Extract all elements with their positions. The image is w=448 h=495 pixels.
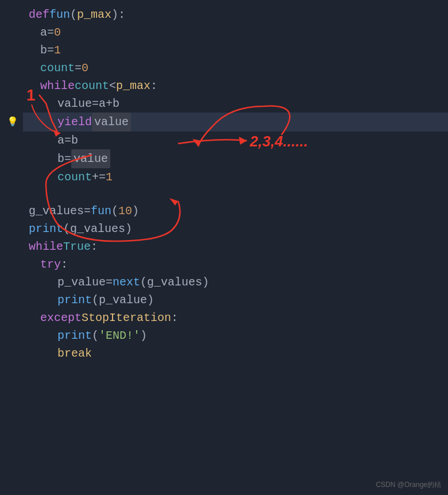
line-yield: 💡 yield value [23, 113, 448, 132]
var-gvalues: g_values [29, 202, 84, 220]
separator1 [23, 186, 448, 202]
fn-next: next [113, 273, 140, 291]
line-a-eq-b: a = b [23, 132, 448, 149]
fn-print: print [29, 220, 63, 238]
line-print-gvalues: print(g_values) [23, 220, 448, 238]
line-b-eq-value: b = value [23, 149, 448, 168]
op-plus: + [106, 95, 113, 113]
num-0: 0 [54, 24, 61, 41]
op-pluseq: += [92, 168, 106, 186]
fn-print3: print [57, 327, 92, 345]
var-value-hl: value [92, 113, 131, 132]
val-true: True [63, 238, 91, 256]
op-eq8: = [106, 273, 113, 291]
var-a3: a [57, 132, 64, 149]
line-value-eq: value = a + b [23, 95, 448, 113]
kw-def: def [29, 6, 49, 24]
num-1: 1 [54, 41, 61, 59]
var-pvalue: p_value [57, 273, 106, 291]
num-1b: 1 [106, 168, 113, 186]
kw-yield: yield [57, 113, 92, 131]
line-print-pvalue: print(p_value) [23, 291, 448, 309]
line-def: def fun(p_max): [23, 6, 448, 24]
paren-close: ): [111, 6, 125, 24]
code-editor: def fun(p_max): a = 0 b = 1 count = 0 wh… [0, 0, 448, 368]
line-while: while count < p_max: [23, 77, 448, 95]
op-lt: < [109, 77, 116, 95]
op-eq6: = [64, 150, 71, 168]
line-except: except StopIteration: [23, 309, 448, 327]
op-eq: = [47, 24, 54, 41]
line-pvalue-next: p_value = next(g_values) [23, 273, 448, 291]
op-eq7: = [84, 202, 91, 220]
exc-stopiter: StopIteration [82, 309, 171, 327]
watermark: CSDN @Orange的桔 [376, 479, 441, 490]
var-a: a [40, 24, 47, 41]
var-gvalues3: g_values [147, 273, 202, 291]
paren5: ) [125, 220, 132, 238]
line-try: try: [23, 256, 448, 273]
var-count3: count [57, 168, 92, 186]
colon4: : [171, 309, 178, 327]
num-0b: 0 [82, 59, 88, 77]
var-value: value [57, 95, 92, 113]
var-b3: b [71, 132, 78, 149]
line-while-true: while True: [23, 238, 448, 256]
var-pvalue2: p_value [99, 291, 147, 309]
var-b4: b [57, 150, 64, 168]
kw-while2: while [29, 238, 63, 256]
var-count: count [40, 59, 75, 77]
op-eq5: = [64, 132, 71, 149]
op-eq2: = [47, 41, 54, 59]
kw-break: break [57, 345, 92, 362]
fn-fun: fun [49, 6, 70, 24]
paren11: ) [140, 327, 147, 345]
paren2: ( [111, 202, 118, 220]
lightbulb-icon: 💡 [7, 115, 18, 129]
paren4: ( [63, 220, 70, 238]
var-count2: count [75, 77, 109, 95]
var-b: b [40, 41, 47, 59]
line-gvalues: g_values = fun(10) [23, 202, 448, 220]
colon3: : [61, 256, 68, 273]
var-a2: a [99, 95, 106, 113]
op-eq4: = [92, 95, 99, 113]
var-value-hl2: value [71, 149, 110, 168]
line-count-eq-0: count = 0 [23, 59, 448, 77]
paren9: ) [147, 291, 154, 309]
fn-print2: print [57, 291, 92, 309]
line-break: break [23, 345, 448, 362]
paren6: ( [140, 273, 147, 291]
paren7: ) [202, 273, 209, 291]
kw-try: try [40, 256, 61, 273]
fn-fun2: fun [91, 202, 111, 220]
param-pmax: p_max [77, 6, 111, 24]
paren8: ( [92, 291, 99, 309]
paren-open: ( [70, 6, 77, 24]
paren3: ) [132, 202, 139, 220]
kw-except: except [40, 309, 82, 327]
colon2: : [91, 238, 98, 256]
num-10: 10 [118, 202, 132, 220]
param-pmax2: p_max [116, 77, 150, 95]
colon1: : [150, 77, 157, 95]
var-gvalues2: g_values [70, 220, 125, 238]
str-end: 'END!' [99, 327, 140, 345]
var-b2: b [113, 95, 119, 113]
op-eq3: = [75, 59, 82, 77]
line-a-eq-0: a = 0 [23, 24, 448, 41]
kw-while: while [40, 77, 75, 95]
line-print-end: print('END!') [23, 327, 448, 345]
line-b-eq-1: b = 1 [23, 41, 448, 59]
line-count-inc: count += 1 [23, 168, 448, 186]
paren10: ( [92, 327, 99, 345]
